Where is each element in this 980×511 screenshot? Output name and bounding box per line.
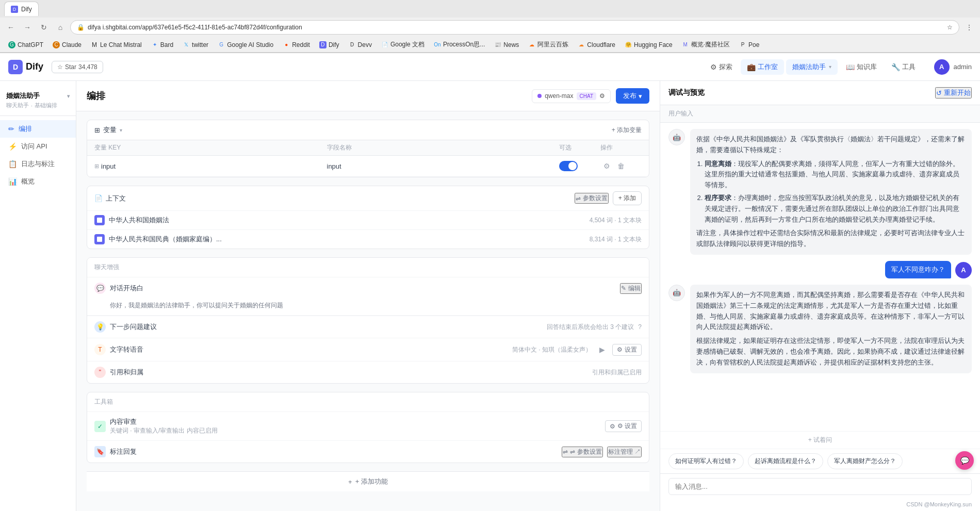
add-label: + 添加 [618, 194, 636, 203]
bookmark-label: Reddit [292, 41, 310, 48]
bookmark-processon[interactable]: On ProcessOn思... [430, 39, 489, 50]
google-docs-icon: 📄 [381, 41, 388, 48]
model-selector[interactable]: qwen-max CHAT ⚙ [532, 89, 611, 103]
editor-header: 编排 qwen-max CHAT ⚙ 发布 ▾ [76, 81, 660, 111]
bookmark-google-ai[interactable]: G Google AI Studio [214, 40, 277, 50]
bookmark-devv[interactable]: D Devv [345, 40, 376, 50]
feature-suggestions-name: 下一步问题建议 [110, 322, 157, 332]
add-feature-button[interactable]: + + 添加功能 [87, 471, 649, 491]
suggest-q-2[interactable]: 起诉离婚流程是什么？ [748, 453, 823, 469]
url-text: difya i.shgbitai.com/app/637e61e5-f5c2-4… [88, 24, 944, 31]
context-add-button[interactable]: + 添加 [613, 191, 642, 205]
suggest-q-1[interactable]: 如何证明军人有过错？ [668, 453, 744, 469]
variable-delete-button[interactable]: 🗑 [615, 160, 627, 172]
sidebar-item-editor[interactable]: ✏ 编排 [0, 120, 76, 138]
edit-icon: ✎ [621, 285, 626, 292]
variables-section-header[interactable]: ⊞ 变量 ▾ + 添加变量 [87, 120, 649, 140]
app-name-badge[interactable]: 婚姻法助手 ▾ [786, 59, 838, 75]
bookmark-aliyun[interactable]: ☁ 阿里云百炼 [524, 39, 573, 50]
annotation-params-button[interactable]: ⇌ ⇌ 参数设置 [562, 447, 602, 457]
feature-suggestions-left: 💡 下一步问题建议 [94, 321, 157, 333]
tab-title: Dify [21, 6, 32, 13]
app-header: D Dify ☆ Star 34,478 ⚙ 探索 💼 工作室 婚姻法助手 ▾ … [0, 53, 980, 81]
input-type-icon: ⊞ [94, 163, 99, 170]
bookmark-reddit[interactable]: ● Reddit [279, 40, 314, 50]
extensions-button[interactable]: ⋮ [962, 21, 976, 34]
reddit-icon: ● [283, 41, 290, 48]
nav-knowledge[interactable]: 📖 知识库 [840, 59, 883, 75]
nav-tools[interactable]: 🔧 工具 [885, 59, 922, 75]
overview-icon: 📊 [8, 177, 17, 186]
bookmark-cloudflare[interactable]: ☁ Cloudflare [574, 40, 619, 50]
home-button[interactable]: ⌂ [54, 21, 67, 34]
refresh-button[interactable]: ↻ [37, 21, 51, 34]
suggest-q-1-text: 如何证明军人有过错？ [675, 457, 737, 465]
bookmark-label: Google AI Studio [227, 41, 273, 48]
avatar[interactable]: A [934, 59, 950, 75]
sidebar-item-logs[interactable]: 📋 日志与标注 [0, 155, 76, 173]
feature-opening-left: 💬 对话开场白 [94, 283, 143, 294]
variable-settings-button[interactable]: ⚙ [600, 160, 613, 172]
bookmark-chatgpt[interactable]: G ChatGPT [4, 40, 47, 50]
chatgpt-icon: G [8, 41, 15, 48]
tts-settings-button[interactable]: ⚙ 设置 [612, 344, 642, 356]
opening-dialog-edit-button[interactable]: ✎ 编辑 [620, 283, 642, 294]
review-settings-button[interactable]: ⚙ ⚙ 设置 [605, 420, 642, 432]
publish-button[interactable]: 发布 ▾ [616, 88, 649, 104]
bookmark-bard[interactable]: ✦ Bard [147, 40, 177, 50]
variable-name-cell: input [327, 162, 560, 170]
bot-msg-1-bubble: 依据《中华人民共和国婚姻法》及《军队贯彻执行〈婚姻法〉若干问题规定》，还需来了解… [690, 129, 972, 255]
bookmark-poe[interactable]: P Poe [735, 40, 763, 50]
tts-play-button[interactable]: ▶ [596, 343, 608, 356]
tool-review-name: 内容审查 [110, 417, 218, 426]
user-input-label: 用户输入 [660, 105, 980, 123]
active-tab[interactable]: D Dify [4, 2, 39, 16]
nav-workbench[interactable]: 💼 工作室 [741, 59, 784, 75]
bot-avatar-icon: 🤖 [673, 134, 681, 141]
forward-button[interactable]: → [21, 21, 34, 34]
context-item-1-name: 中华人共和国婚姻法 [109, 216, 169, 225]
feature-opening-name: 对话开场白 [110, 284, 143, 293]
annotation-manage-button[interactable]: 标注管理 ↗ [607, 447, 642, 457]
claude-icon: C [53, 41, 60, 48]
logo-text: Dify [26, 61, 43, 72]
bookmark-news[interactable]: 📰 News [490, 40, 523, 50]
aliyun-icon: ☁ [528, 41, 535, 48]
context-params-button[interactable]: ⇌ 参数设置 [575, 193, 609, 204]
star-button[interactable]: ☆ Star 34,478 [52, 61, 103, 73]
bookmark-twitter[interactable]: 𝕏 twitter [178, 40, 213, 50]
svg-rect-0 [97, 218, 102, 223]
star-count: 34,478 [78, 63, 97, 71]
bookmark-mistral[interactable]: M Le Chat Mistral [87, 40, 146, 50]
context-section: 📄 上下文 ⇌ 参数设置 + 添加 [87, 186, 649, 249]
nav-explore[interactable]: ⚙ 探索 [704, 59, 739, 75]
suggest-q-3[interactable]: 军人离婚财产怎么分？ [827, 453, 903, 469]
col-action: 操作 [600, 143, 642, 152]
restart-button[interactable]: ↺ 重新开始 [935, 87, 972, 98]
chat-input[interactable] [668, 478, 972, 495]
optional-toggle[interactable] [559, 161, 578, 171]
variables-section: ⊞ 变量 ▾ + 添加变量 变量 KEY 字段名称 可选 操作 [87, 120, 649, 177]
sidebar-item-logs-label: 日志与标注 [21, 159, 55, 169]
editor-area: 编排 qwen-max CHAT ⚙ 发布 ▾ [76, 81, 660, 511]
bookmark-claude[interactable]: C Claude [48, 40, 86, 50]
sidebar-item-overview[interactable]: 📊 概览 [0, 173, 76, 190]
nav-explore-label: 探索 [719, 62, 732, 72]
bookmark-label: Google 文档 [390, 40, 424, 49]
bot-msg-2-content: 如果作为军人的一方不同意离婚，而其配偶坚持离婚，那么需要看是否存在《中华人民共和… [690, 285, 972, 373]
bookmark-dify[interactable]: D Dify [315, 40, 344, 50]
bookmark-google-docs[interactable]: 📄 Google 文档 [377, 39, 429, 50]
address-bar[interactable]: 🔒 difya i.shgbitai.com/app/637e61e5-f5c2… [70, 20, 959, 35]
suggest-q-3-text: 军人离婚财产怎么分？ [834, 457, 896, 465]
back-button[interactable]: ← [4, 21, 18, 34]
bookmark-huggingface[interactable]: 🤗 Hugging Face [620, 40, 677, 50]
bot-message-2: 🤖 如果作为军人的一方不同意离婚，而其配偶坚持离婚，那么需要看是否存在《中华人民… [668, 285, 972, 373]
bookmark-modelscope[interactable]: M 概览·魔搭社区 [678, 39, 734, 50]
sidebar-item-api[interactable]: ⚡ 访问 API [0, 138, 76, 155]
sidebar-item-overview-label: 概览 [21, 177, 35, 186]
floating-action-button[interactable]: 💬 [955, 451, 974, 470]
user-avatar-1: A [955, 262, 972, 278]
sidebar-app-info: 婚姻法助手 ▾ 聊天助手 · 基础编排 [0, 87, 76, 116]
bookmark-label: Bard [160, 41, 173, 48]
review-settings-label: ⚙ 设置 [617, 422, 637, 431]
